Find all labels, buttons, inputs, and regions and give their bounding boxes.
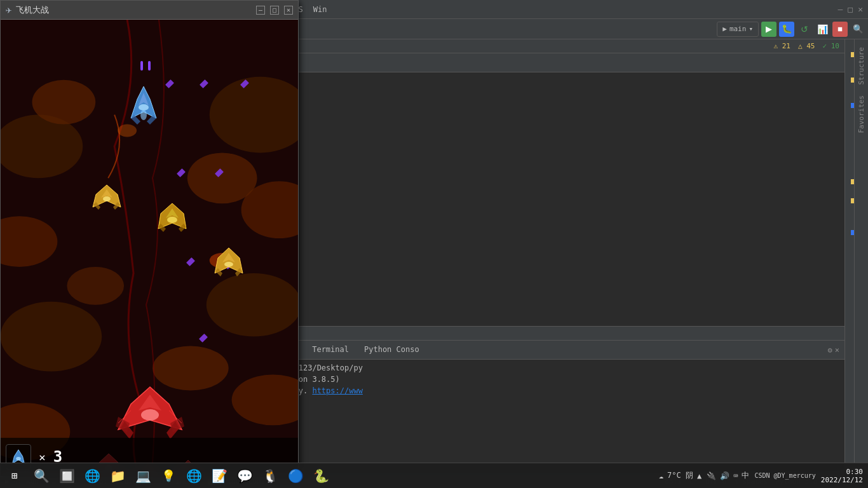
date-display: 2022/12/12 — [821, 476, 863, 484]
weather-label: 7°C 阴 — [667, 470, 693, 481]
taskbar-sys-tray: ☁ 7°C 阴 ▲ — [659, 470, 702, 481]
view-taskbar-icon: 🔲 — [59, 468, 75, 484]
taskbar-right: ☁ 7°C 阴 ▲ 🔌 🔊 ⌨ 中 CSDN @DY_mercury 0:30 … — [659, 468, 868, 484]
svg-point-7 — [207, 273, 298, 337]
bullet-1 — [140, 61, 143, 71]
svg-point-33 — [224, 262, 233, 267]
debug-button[interactable]: 🐛 — [779, 22, 794, 37]
taskbar-info: CSDN @DY_mercury — [754, 472, 815, 479]
run-tab-terminal-label: Terminal — [312, 345, 349, 354]
chrome-taskbar-icon: 🌐 — [186, 468, 202, 484]
taskbar-clock: 0:30 2022/12/12 — [821, 468, 863, 484]
game-icon: ✈ — [6, 4, 12, 16]
svg-point-38 — [141, 409, 159, 421]
taskbar-search-btn[interactable]: 🔍 — [29, 463, 54, 489]
explorer-taskbar-icon: 📁 — [110, 468, 126, 484]
enemy-ship-1 — [90, 182, 125, 210]
python-taskbar-icon: 🐍 — [313, 468, 329, 484]
taskbar-computer-btn[interactable]: 💻 — [130, 463, 156, 489]
taskbar-python-btn[interactable]: 🐍 — [308, 463, 334, 489]
svg-point-9 — [32, 80, 96, 125]
warning-count: ⚠ 21 — [774, 42, 791, 50]
structure-tab[interactable]: Structure — [856, 44, 867, 88]
lives-x-label: × — [39, 451, 46, 464]
taskbar-explorer-btn[interactable]: 📁 — [105, 463, 130, 489]
favorites-tab[interactable]: Favorites — [856, 93, 867, 136]
svg-point-17 — [139, 104, 149, 111]
taskbar: ⊞ 🔍 🔲 🌐 📁 💻 💡 🌐 📝 💬 🐧 — [0, 463, 868, 488]
taskbar-chrome-btn[interactable]: 🌐 — [181, 463, 207, 489]
run-config-selector[interactable]: ▶ main ▾ — [717, 22, 759, 37]
run-config-dropdown-icon: ▾ — [749, 25, 753, 33]
game-maximize-btn[interactable]: □ — [270, 6, 279, 15]
rerun-button[interactable]: ↺ — [797, 22, 812, 37]
run-tab-right: ⚙ × — [828, 346, 839, 355]
svg-marker-51 — [13, 450, 25, 463]
game-canvas: Score : 2500 — [1, 20, 298, 476]
cloud-icon: ☁ — [659, 471, 663, 480]
gutter-marker-1 — [851, 52, 854, 57]
search-taskbar-icon: 🔍 — [34, 468, 50, 484]
right-gutter — [844, 39, 854, 473]
csdn-label: CSDN @DY_mercury — [754, 472, 815, 479]
volume-icon: 🔊 — [720, 471, 729, 480]
idea-taskbar-icon: 💡 — [161, 469, 175, 482]
run-output-link[interactable]: https://www — [312, 386, 362, 395]
windows-icon: ⊞ — [11, 470, 18, 482]
coverage-button[interactable]: 📊 — [815, 22, 830, 37]
run-settings-icon[interactable]: ⚙ — [828, 346, 832, 355]
gutter-marker-5 — [851, 198, 854, 203]
bullet-2 — [148, 61, 151, 71]
svg-point-52 — [16, 457, 20, 461]
game-window-buttons: — □ ✕ — [256, 6, 293, 15]
enemy-ship-2 — [153, 201, 191, 233]
svg-point-18 — [140, 110, 147, 120]
keyboard-icon: ⌨ — [733, 471, 738, 480]
run-close-icon[interactable]: × — [835, 346, 839, 355]
game-minimize-btn[interactable]: — — [256, 6, 265, 15]
lang-label: 中 — [742, 470, 749, 481]
taskbar-vs-btn[interactable]: 🔵 — [283, 463, 308, 489]
run-tab-python-console-label: Python Conso — [364, 345, 419, 354]
taskbar-sys-icons: 🔌 🔊 ⌨ 中 — [707, 470, 749, 481]
svg-point-23 — [103, 196, 111, 201]
start-button[interactable]: ⊞ — [0, 463, 29, 489]
taskbar-wps-btn[interactable]: 📝 — [207, 463, 232, 489]
boss-ship — [112, 382, 188, 445]
wps-taskbar-icon: 📝 — [212, 468, 227, 484]
taskbar-idea-btn[interactable]: 💡 — [156, 463, 181, 489]
close-app-btn[interactable]: ✕ — [858, 4, 863, 14]
vs-taskbar-icon: 🔵 — [288, 468, 304, 484]
taskbar-wx-btn[interactable]: 💬 — [232, 463, 257, 489]
run-button[interactable]: ▶ — [761, 22, 776, 37]
run-tab-python-console[interactable]: Python Conso — [356, 341, 427, 360]
game-title: 飞机大战 — [16, 4, 256, 16]
game-window: ✈ 飞机大战 — □ ✕ Score : 2500 — [0, 0, 299, 477]
svg-point-3 — [1, 302, 102, 372]
maximize-app-btn[interactable]: □ — [848, 4, 853, 14]
toolbar-right: ▶ main ▾ ▶ 🐛 ↺ 📊 ■ 🔍 — [717, 22, 865, 37]
gutter-marker-4 — [851, 179, 854, 184]
triangle-count: △ 45 — [798, 42, 815, 50]
right-panel-tabs: Structure Favorites — [854, 39, 868, 473]
svg-point-28 — [167, 217, 177, 223]
wx-taskbar-icon: 💬 — [237, 468, 253, 484]
gutter-marker-3 — [851, 103, 854, 108]
check-count: ✓ 10 — [823, 42, 840, 50]
taskbar-edge-btn[interactable]: 🌐 — [79, 463, 105, 489]
run-tab-terminal[interactable]: Terminal — [304, 341, 356, 360]
minimize-app-btn[interactable]: — — [838, 4, 843, 14]
search-everywhere-button[interactable]: 🔍 — [850, 22, 865, 37]
network-icon: 🔌 — [707, 471, 716, 480]
taskbar-view-btn[interactable]: 🔲 — [54, 463, 79, 489]
enemy-ship-3 — [210, 245, 247, 277]
svg-marker-26 — [158, 203, 186, 229]
qq-taskbar-icon: 🐧 — [262, 468, 278, 484]
taskbar-qq-btn[interactable]: 🐧 — [257, 463, 283, 489]
menu-win[interactable]: Win — [308, 0, 332, 19]
game-close-btn[interactable]: ✕ — [284, 6, 293, 15]
menu-right: — □ ✕ — [838, 4, 868, 14]
edge-taskbar-icon: 🌐 — [85, 468, 100, 484]
stop-button[interactable]: ■ — [832, 22, 848, 37]
taskbar-icons: 🔍 🔲 🌐 📁 💻 💡 🌐 📝 💬 🐧 🔵 — [29, 463, 334, 489]
